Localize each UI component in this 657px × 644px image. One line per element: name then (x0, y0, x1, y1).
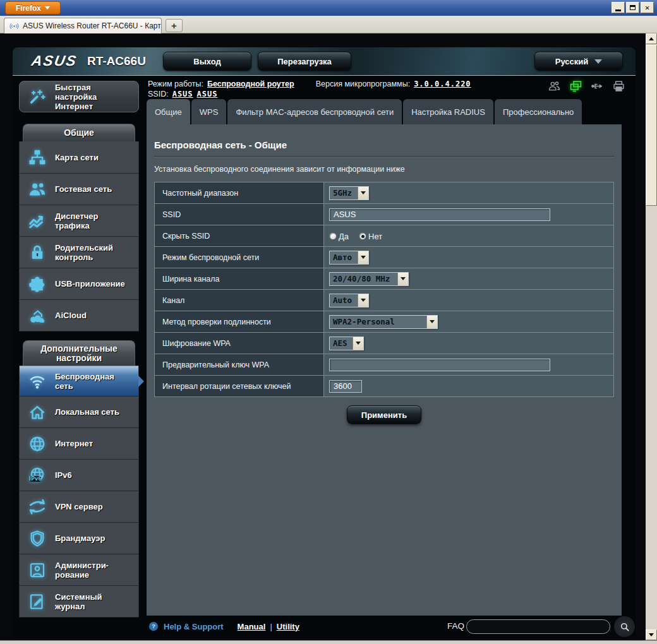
sidebar-item-label: Интернет (55, 439, 126, 448)
ssid-link-1[interactable]: ASUS (172, 89, 193, 99)
firmware-label: Версия микропрограммы: (316, 79, 410, 89)
minimize-icon (615, 9, 621, 11)
sidebar-item-lan[interactable]: Локальная сеть (20, 396, 138, 427)
tab-фильтр-mac-адресов-беспроводной-сети[interactable]: Фильтр MAC-адресов беспроводной сети (227, 99, 402, 124)
window-bottom-border (0, 640, 657, 644)
scrollbar-thumb[interactable] (646, 45, 657, 206)
dropdown-arrow-icon[interactable] (358, 251, 368, 264)
wireless-mode-selected-value: Авто (330, 253, 358, 262)
wpa-encryption-select[interactable]: AES (329, 337, 364, 350)
main-column: Режим работы: Беспроводной роутер Версия… (147, 76, 636, 124)
printer-icon[interactable] (612, 80, 625, 93)
faq-search-button[interactable] (614, 616, 635, 637)
browser-scrollbar[interactable] (646, 33, 657, 640)
ssid-label: SSID: (148, 89, 169, 99)
wpa-key-value-cell (324, 354, 614, 376)
sidebar-item-firewall[interactable]: Брандмауэр (20, 522, 138, 554)
channel-select[interactable]: Auto (329, 294, 369, 307)
mode-link[interactable]: Беспроводной роутер (207, 79, 294, 89)
divider (154, 156, 614, 157)
scroll-down-button[interactable] (646, 629, 657, 640)
sidebar-item-parental-control[interactable]: Родительский контроль (20, 236, 138, 268)
manual-link[interactable]: Manual (238, 622, 266, 631)
sidebar-item-traffic-manager[interactable]: Диспетчер трафика (20, 205, 138, 236)
parental-control-icon (25, 243, 50, 262)
wpa-key-input[interactable] (329, 359, 550, 371)
tab-профессионально[interactable]: Профессионально (495, 99, 582, 124)
key-rotation-input[interactable] (329, 380, 362, 393)
hide-ssid-radio-0[interactable] (329, 232, 337, 240)
sidebar-item-network-map[interactable]: Карта сети (20, 141, 138, 173)
utility-link[interactable]: Utility (277, 622, 299, 631)
table-row: Частотный диапазон5GHz (155, 182, 614, 204)
dropdown-arrow-icon[interactable] (353, 337, 363, 350)
infobar: Режим работы: Беспроводной роутер Версия… (147, 76, 636, 99)
channel-bandwidth-select[interactable]: 20/40/80 MHz (329, 272, 409, 286)
usb-app-icon (25, 275, 50, 294)
table-row: SSID (155, 204, 614, 225)
apply-button[interactable]: Применить (347, 405, 421, 424)
firmware-link[interactable]: 3.0.0.4.220 (414, 79, 471, 89)
sidebar-item-internet[interactable]: Интернет (20, 427, 138, 459)
dropdown-arrow-icon[interactable] (426, 316, 437, 328)
table-row: Метод проверки подлинностиWPA2-Personal (155, 311, 614, 333)
scroll-up-button[interactable] (646, 33, 657, 44)
sidebar-item-label: Гостевая сеть (55, 184, 126, 194)
dropdown-arrow-icon[interactable] (358, 294, 368, 307)
sidebar-item-syslog[interactable]: Системный журнал (20, 585, 138, 617)
channel-label: Канал (155, 290, 324, 311)
ssid-input[interactable] (329, 208, 550, 221)
maximize-button[interactable] (626, 2, 639, 13)
channel-value-cell: Auto (324, 290, 614, 311)
minimize-button[interactable] (612, 2, 625, 13)
router-model: RT-AC66U (87, 54, 146, 68)
internet-status-icon[interactable] (569, 80, 582, 93)
hide-ssid-label: Скрыть SSID (155, 225, 324, 247)
dropdown-arrow-icon[interactable] (397, 273, 408, 285)
auth-method-select[interactable]: WPA2-Personal (329, 315, 438, 329)
sidebar-item-label: USB-приложение (55, 279, 126, 289)
firefox-menu-button[interactable]: Firefox (5, 1, 61, 15)
frequency-band-value-cell: 5GHz (324, 182, 614, 204)
tab-общие[interactable]: Общие (147, 99, 190, 124)
ssid-link-2[interactable]: ASUS (197, 89, 218, 99)
sidebar-item-wireless[interactable]: Беспроводная сеть (20, 366, 138, 396)
settings-table: Частотный диапазон5GHzSSIDСкрыть SSIDДаН… (154, 182, 614, 397)
vpn-icon (25, 498, 50, 516)
sidebar-item-aicloud[interactable]: AiCloud (20, 299, 138, 331)
channel-bandwidth-selected-value: 20/40/80 MHz (330, 274, 397, 283)
hide-ssid-radio-1[interactable] (359, 232, 366, 240)
frequency-band-select[interactable]: 5GHz (329, 186, 369, 200)
faq-label: FAQ (447, 621, 464, 631)
table-row: Предварительный ключ WPA (155, 354, 614, 376)
sidebar-item-vpn[interactable]: VPN сервер (20, 491, 138, 522)
usb-icon[interactable] (591, 80, 604, 93)
tab-wps[interactable]: WPS (191, 99, 227, 124)
sidebar-item-label: Локальная сеть (55, 407, 126, 417)
language-selector[interactable]: Русский (534, 52, 623, 71)
guest-network-icon (25, 180, 50, 199)
wireless-mode-select[interactable]: Авто (329, 251, 369, 265)
window-controls: ✕ (612, 2, 654, 13)
dropdown-arrow-icon[interactable] (358, 187, 368, 200)
close-button[interactable]: ✕ (641, 2, 654, 13)
new-tab-button[interactable]: + (166, 19, 183, 32)
sidebar-item-ipv6[interactable]: IPv6IPv6 (20, 459, 138, 491)
faq-search-input[interactable] (466, 619, 610, 634)
help-support-link[interactable]: Help & Support (164, 622, 224, 631)
sidebar-item-admin[interactable]: Администри-рование (20, 554, 138, 585)
channel-bandwidth-label: Ширина канала (155, 268, 324, 290)
browser-viewport: ASUS RT-AC66U Выход Перезагрузка Русский… (0, 33, 646, 640)
frequency-band-label: Частотный диапазон (155, 182, 324, 204)
sidebar-item-label: Администри-рование (55, 561, 126, 580)
logout-button[interactable]: Выход (163, 52, 251, 71)
page-title: Беспроводная сеть - Общие (154, 140, 614, 150)
clients-icon[interactable] (548, 80, 561, 93)
mode-label: Режим работы: (148, 79, 203, 89)
sidebar-item-guest-network[interactable]: Гостевая сеть (20, 173, 138, 205)
quick-setup-button[interactable]: Быстрая настройка Интернет (19, 81, 139, 112)
reboot-button[interactable]: Перезагрузка (258, 52, 351, 71)
tab-настройка-radius[interactable]: Настройка RADIUS (403, 99, 493, 124)
browser-tab[interactable]: ASUS Wireless Router RT-AC66U - Карта се… (4, 18, 162, 33)
sidebar-item-usb-app[interactable]: USB-приложение (20, 268, 138, 299)
